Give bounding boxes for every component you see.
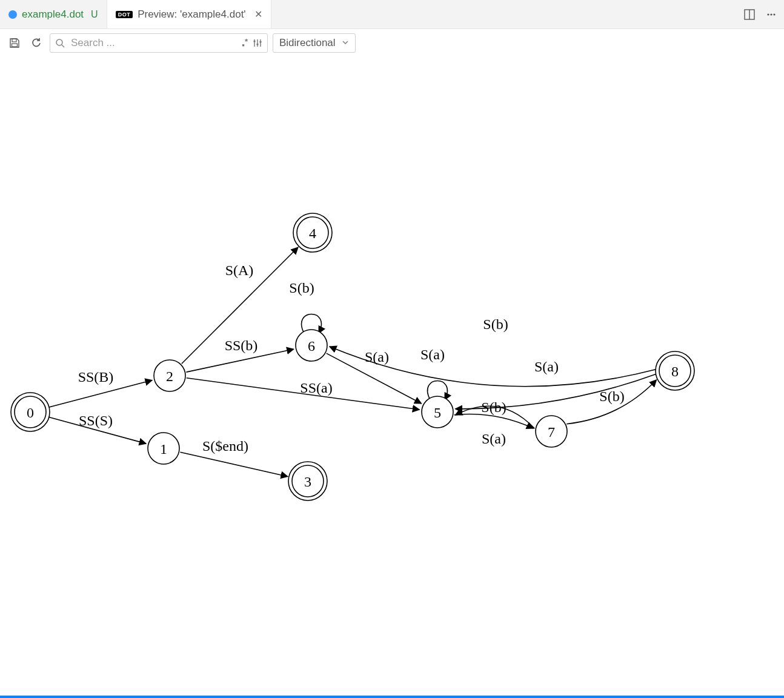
edge-label: S(b)	[599, 388, 624, 404]
node-label: 8	[671, 364, 679, 379]
edge-label: SS(B)	[78, 369, 114, 385]
split-editor-icon[interactable]	[743, 8, 756, 21]
file-modified-icon	[8, 10, 17, 19]
tab-actions	[743, 0, 784, 28]
svg-rect-12	[254, 41, 256, 42]
svg-point-3	[770, 13, 772, 15]
node-label: 1	[160, 441, 167, 457]
node-label: 6	[308, 338, 315, 354]
edge-label: SS(a)	[300, 380, 332, 396]
bottom-accent-bar	[0, 696, 784, 698]
svg-line-8	[62, 45, 64, 47]
edge-label: S(a)	[482, 431, 506, 447]
regex-toggle-icon[interactable]: ▪*	[242, 39, 248, 48]
edge-label: S(a)	[420, 347, 445, 362]
direction-label: Bidirectional	[279, 37, 336, 49]
edge-label: S($end)	[202, 438, 248, 454]
edge-label: SS(S)	[79, 413, 113, 428]
tab-label: example4.dot	[22, 8, 84, 21]
tab-label: Preview: 'example4.dot'	[138, 8, 245, 21]
chevron-down-icon	[342, 39, 349, 48]
edge-label: S(b)	[481, 399, 506, 415]
dot-filetype-icon: DOT	[116, 11, 133, 18]
svg-point-4	[773, 13, 775, 15]
svg-point-2	[767, 13, 769, 15]
git-status-badge: U	[91, 9, 98, 20]
close-icon[interactable]: ✕	[254, 10, 262, 19]
svg-rect-6	[12, 44, 18, 47]
tab-preview-example4[interactable]: DOT Preview: 'example4.dot' ✕	[107, 0, 271, 28]
more-actions-icon[interactable]	[765, 8, 778, 21]
tab-file-example4[interactable]: example4.dot U	[0, 0, 107, 28]
node-label: 2	[166, 368, 173, 384]
edge-label: S(A)	[225, 262, 254, 278]
svg-point-7	[56, 39, 62, 45]
settings-sliders-icon[interactable]	[253, 38, 262, 48]
node-label: 5	[434, 405, 441, 420]
search-field[interactable]: ▪*	[50, 33, 268, 53]
svg-line-20	[180, 452, 288, 476]
edge-label: SS(b)	[225, 337, 258, 353]
graph-preview[interactable]: 012345678 SS(B)SS(S)S(A)SS(b)SS(a)S($end…	[0, 57, 784, 696]
edge-label: S(a)	[365, 349, 389, 365]
edge-label: S(b)	[289, 280, 314, 296]
node-label: 4	[309, 225, 316, 241]
node-label: 0	[27, 405, 34, 420]
svg-rect-5	[12, 39, 16, 42]
edge-label: S(a)	[534, 359, 559, 374]
tab-bar: example4.dot U DOT Preview: 'example4.do…	[0, 0, 784, 29]
edge-label: S(b)	[483, 316, 508, 332]
node-label: 7	[548, 424, 555, 440]
node-label: 3	[304, 474, 311, 490]
save-icon[interactable]	[6, 35, 23, 52]
refresh-icon[interactable]	[28, 35, 45, 52]
svg-rect-13	[257, 44, 259, 45]
direction-select[interactable]: Bidirectional	[273, 33, 356, 53]
search-icon	[55, 38, 65, 48]
search-input[interactable]	[70, 36, 237, 50]
svg-rect-14	[260, 41, 262, 42]
preview-toolbar: ▪* Bidirectional	[0, 29, 784, 57]
